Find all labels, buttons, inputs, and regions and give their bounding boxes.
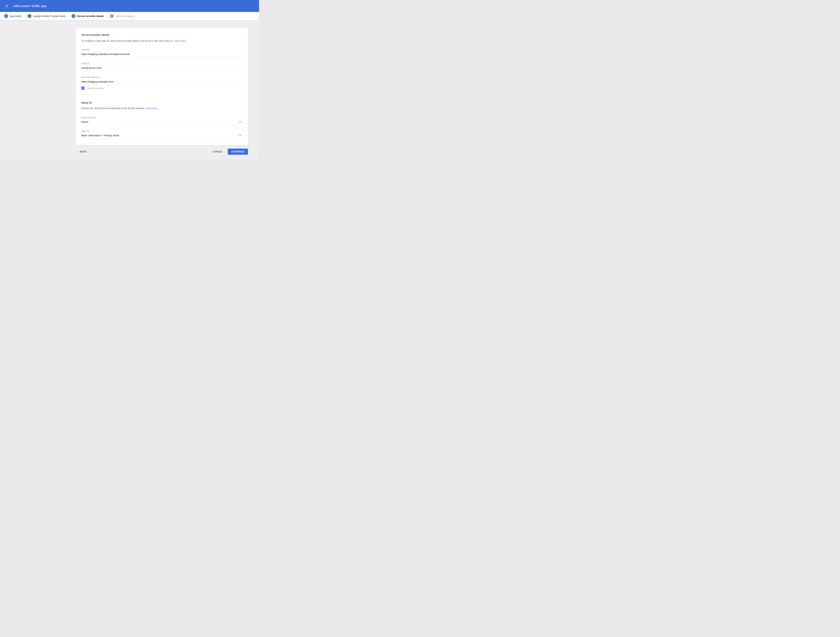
footer-actions: BACK CANCEL CONTINUE bbox=[76, 149, 248, 155]
start-url-label: Start URL (optional) bbox=[81, 76, 242, 79]
close-icon[interactable] bbox=[5, 4, 9, 8]
back-button[interactable]: BACK bbox=[80, 150, 87, 153]
dialog-title: Add custom SAML app bbox=[13, 4, 46, 8]
section-description-text: Defines the naming format supported by t… bbox=[81, 107, 145, 109]
step-label: Google Identity Provider details bbox=[33, 15, 66, 17]
name-id-value[interactable]: Basic Information > Primary email bbox=[81, 134, 242, 138]
checkbox-check-icon bbox=[82, 87, 84, 89]
step-service-provider-details[interactable]: 3 Service provider details bbox=[71, 14, 104, 18]
checkbox-checked[interactable] bbox=[81, 87, 85, 90]
check-icon bbox=[28, 15, 31, 17]
step-app-details[interactable]: App details bbox=[4, 14, 22, 18]
section-description-text: To configure single sign on, add service… bbox=[81, 40, 173, 42]
name-id-label: Name ID bbox=[81, 130, 242, 132]
add-custom-saml-app-dialog: Add custom SAML app App details Google I… bbox=[0, 0, 259, 159]
dropdown-arrow-icon[interactable] bbox=[239, 122, 241, 123]
step-number-circle: 4 bbox=[110, 14, 114, 18]
dropdown-arrow-icon[interactable] bbox=[239, 135, 241, 136]
step-google-idp-details[interactable]: Google Identity Provider details bbox=[28, 14, 66, 18]
name-id-format-select[interactable]: Name ID format EMAIL bbox=[81, 117, 242, 125]
start-url-field: Start URL (optional) bbox=[81, 76, 242, 85]
step-label: Attribute mapping bbox=[115, 15, 134, 17]
entity-id-label: Entity ID bbox=[81, 62, 242, 65]
dialog-header: Add custom SAML app bbox=[0, 0, 259, 12]
acs-url-input[interactable] bbox=[81, 52, 242, 57]
step-connector bbox=[68, 16, 69, 16]
section-description: Defines the naming format supported by t… bbox=[81, 107, 242, 110]
continue-button[interactable]: CONTINUE bbox=[228, 149, 248, 155]
acs-url-label: ACS URL bbox=[81, 49, 242, 51]
dialog-body: Service provider details To configure si… bbox=[0, 21, 259, 159]
check-icon bbox=[5, 15, 7, 17]
entity-id-field: Entity ID bbox=[81, 62, 242, 71]
name-id-format-label: Name ID format bbox=[81, 117, 242, 119]
section-title-service-provider: Service provider details bbox=[81, 33, 242, 36]
signed-response-label: Signed response bbox=[87, 87, 104, 89]
service-provider-card: Service provider details To configure si… bbox=[76, 28, 248, 145]
step-complete-circle bbox=[28, 14, 32, 18]
entity-id-input[interactable] bbox=[81, 66, 242, 71]
step-label: App details bbox=[10, 15, 22, 17]
step-connector bbox=[24, 16, 25, 16]
section-description: To configure single sign on, add service… bbox=[81, 39, 242, 43]
start-url-input[interactable] bbox=[81, 80, 242, 85]
cancel-button[interactable]: CANCEL bbox=[213, 150, 223, 153]
name-id-select[interactable]: Name ID Basic Information > Primary emai… bbox=[81, 130, 242, 138]
step-attribute-mapping[interactable]: 4 Attribute mapping bbox=[110, 14, 134, 18]
learn-more-link[interactable]: Learn more bbox=[174, 40, 186, 42]
wizard-stepper: App details Google Identity Provider det… bbox=[0, 12, 259, 21]
section-title-name-id: Name ID bbox=[81, 101, 242, 104]
footer-right-actions: CANCEL CONTINUE bbox=[213, 149, 248, 155]
name-id-format-value[interactable]: EMAIL bbox=[81, 120, 242, 125]
step-label: Service provider details bbox=[77, 15, 104, 17]
step-connector bbox=[106, 16, 108, 16]
step-complete-circle bbox=[4, 14, 8, 18]
learn-more-link[interactable]: Learn more bbox=[145, 107, 158, 109]
signed-response-checkbox[interactable]: Signed response bbox=[81, 86, 242, 90]
acs-url-field: ACS URL bbox=[81, 49, 242, 57]
step-number-circle: 3 bbox=[71, 14, 76, 18]
